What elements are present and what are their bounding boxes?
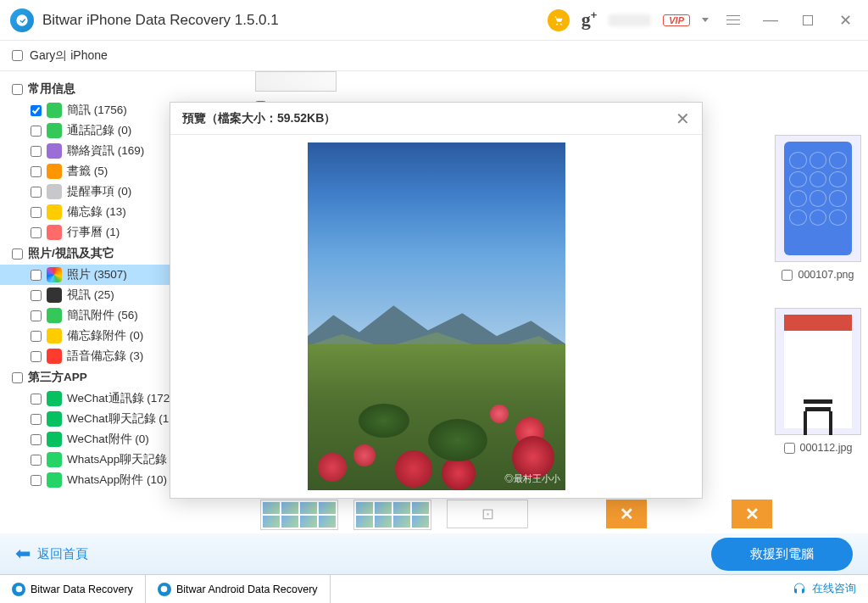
app-title: Bitwar iPhone Data Recovery 1.5.0.1 [42,12,279,29]
device-bar: Gary의 iPhone [0,41,868,71]
preview-image: ◎最村王小小 [308,142,565,490]
blurred-label [609,14,651,26]
item-icon [47,472,62,488]
item-icon [47,103,62,118]
thumb-checkbox[interactable] [784,443,795,454]
tab-logo-icon [158,583,171,596]
item-checkbox[interactable] [31,126,42,137]
device-checkbox[interactable] [12,50,23,61]
device-name: Gary의 iPhone [30,48,108,64]
thumb-000107[interactable] [775,135,861,262]
item-icon [47,391,62,406]
item-icon [47,349,62,364]
item-checkbox[interactable] [31,290,42,301]
thumb-grid[interactable] [260,500,338,530]
headset-icon [792,582,807,597]
item-icon [47,411,62,427]
category-label: 常用信息 [28,81,75,97]
remove-button[interactable]: ✕ [606,500,647,528]
svg-point-1 [560,23,562,25]
item-checkbox[interactable] [31,207,42,218]
item-label: WhatsApp聊天記錄 (5) [67,452,185,467]
item-checkbox[interactable] [31,227,42,238]
item-checkbox[interactable] [31,105,42,116]
item-icon [47,204,62,220]
item-checkbox[interactable] [31,270,42,281]
thumb-checkbox[interactable] [782,270,793,281]
category-label: 照片/視訊及其它 [28,246,114,261]
item-icon [47,225,62,240]
item-label: 備忘錄附件 (0) [67,328,143,343]
item-icon [47,432,62,447]
item-checkbox[interactable] [31,434,42,445]
item-checkbox[interactable] [31,187,42,198]
right-thumb-column: 000107.png 000112.jpg [775,135,861,454]
tab-label: Bitwar Data Recovery [31,583,133,595]
item-label: 行事曆 (1) [67,225,120,240]
menu-button[interactable] [721,8,746,33]
thumb-placeholder[interactable]: ⊡ [447,500,528,528]
recover-label: 救援到電腦 [750,546,814,561]
item-checkbox[interactable] [31,455,42,466]
item-label: 聯絡資訊 (169) [67,143,144,159]
tab-label: Bitwar Android Data Recovery [176,583,318,595]
tab-bitwar-android[interactable]: Bitwar Android Data Recovery [146,575,331,603]
item-label: 簡訊附件 (56) [67,308,138,323]
item-checkbox[interactable] [31,310,42,321]
item-icon [47,308,62,323]
item-checkbox[interactable] [31,331,42,342]
cart-button[interactable] [548,9,570,31]
vip-badge[interactable]: VIP [663,14,690,26]
back-button[interactable]: ⬅ 返回首頁 [15,543,88,565]
item-label: 語音備忘錄 (3) [67,349,143,364]
remove-button[interactable]: ✕ [732,500,772,528]
google-plus-icon[interactable]: g+ [581,8,598,31]
svg-point-0 [556,23,558,25]
item-label: 照片 (3507) [67,267,127,282]
item-icon [47,328,62,343]
item-checkbox[interactable] [31,475,42,486]
preview-dialog: 預覽（檔案大小：59.52KB） ✕ [170,102,703,499]
watermark: ◎最村王小小 [504,472,560,485]
item-icon [47,452,62,467]
category-checkbox[interactable] [12,248,23,260]
category-checkbox[interactable] [12,84,23,95]
item-label: 簡訊 (1756) [67,103,127,118]
thumb-small[interactable] [255,71,337,92]
preview-title: 預覽（檔案大小：59.52KB） [182,111,336,126]
bottom-thumb-row: ⊡ ✕ ✕ [260,500,772,530]
preview-close-button[interactable]: ✕ [676,109,690,129]
thumb-000112[interactable] [775,308,861,435]
support-button[interactable]: 在线咨询 [780,575,868,603]
app-logo [10,8,34,32]
item-checkbox[interactable] [31,351,42,362]
minimize-button[interactable]: — [758,8,783,33]
item-icon [47,123,62,138]
item-checkbox[interactable] [31,146,42,157]
vip-dropdown-icon[interactable] [702,18,709,22]
recover-button[interactable]: 救援到電腦 [711,538,853,571]
item-label: 備忘錄 (13) [67,204,126,220]
category-checkbox[interactable] [12,372,23,383]
item-icon [47,184,62,199]
maximize-button[interactable] [795,8,821,33]
item-checkbox[interactable] [31,394,42,405]
item-label: 通話記錄 (0) [67,123,131,138]
item-icon [47,164,62,179]
item-label: WeChat聊天記錄 (11) [67,411,179,427]
category-label: 第三方APP [28,370,87,385]
item-checkbox[interactable] [31,166,42,177]
close-button[interactable]: ✕ [832,8,858,33]
back-arrow-icon: ⬅ [15,543,31,565]
item-label: 書籤 (5) [67,164,108,179]
tab-bitwar-data-recovery[interactable]: Bitwar Data Recovery [0,575,146,603]
thumb-grid[interactable] [353,500,431,530]
item-label: 視訊 (25) [67,288,114,303]
item-checkbox[interactable] [31,414,42,425]
bottom-tab-bar: Bitwar Data Recovery Bitwar Android Data… [0,574,868,603]
item-label: WhatsApp附件 (10) [67,472,167,488]
item-icon [47,143,62,159]
item-label: WeChat附件 (0) [67,432,149,447]
sidebar-category[interactable]: 常用信息 [0,78,245,100]
title-bar: Bitwar iPhone Data Recovery 1.5.0.1 g+ V… [0,0,868,41]
